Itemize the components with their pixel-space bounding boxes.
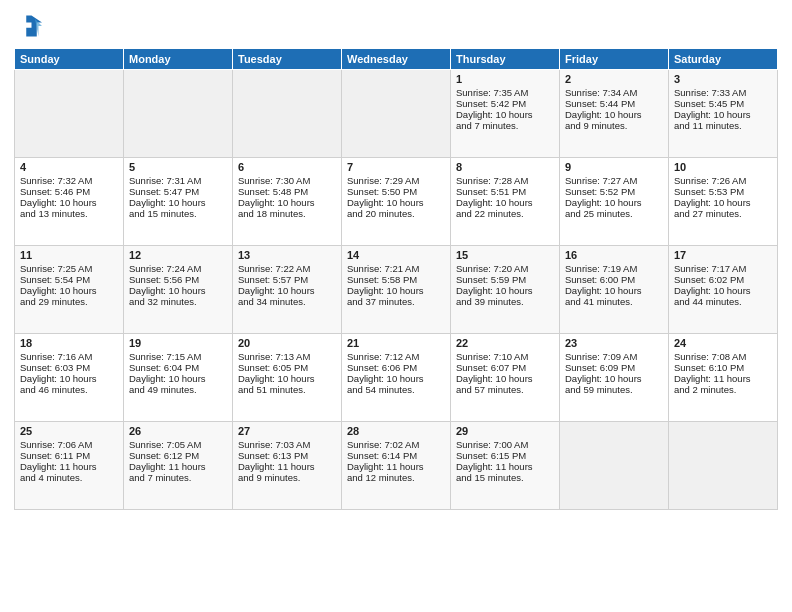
day-content-line: Sunset: 6:11 PM: [20, 450, 118, 461]
day-content-line: and 49 minutes.: [129, 384, 227, 395]
day-content-line: Sunset: 5:50 PM: [347, 186, 445, 197]
day-content-line: Sunrise: 7:20 AM: [456, 263, 554, 274]
day-content-line: Daylight: 11 hours: [674, 373, 772, 384]
day-content-line: Daylight: 11 hours: [347, 461, 445, 472]
day-content-line: Daylight: 10 hours: [565, 373, 663, 384]
day-content-line: Sunset: 6:05 PM: [238, 362, 336, 373]
calendar-cell: 1Sunrise: 7:35 AMSunset: 5:42 PMDaylight…: [451, 70, 560, 158]
calendar-cell: 22Sunrise: 7:10 AMSunset: 6:07 PMDayligh…: [451, 334, 560, 422]
day-content-line: Sunrise: 7:30 AM: [238, 175, 336, 186]
day-number: 19: [129, 337, 227, 349]
day-number: 23: [565, 337, 663, 349]
day-number: 7: [347, 161, 445, 173]
day-content-line: Sunrise: 7:26 AM: [674, 175, 772, 186]
calendar-cell: 3Sunrise: 7:33 AMSunset: 5:45 PMDaylight…: [669, 70, 778, 158]
day-content-line: Daylight: 10 hours: [456, 373, 554, 384]
day-content-line: Daylight: 10 hours: [456, 285, 554, 296]
calendar-cell: 29Sunrise: 7:00 AMSunset: 6:15 PMDayligh…: [451, 422, 560, 510]
day-content-line: Daylight: 10 hours: [129, 285, 227, 296]
day-content-line: Daylight: 10 hours: [674, 285, 772, 296]
day-content-line: Daylight: 10 hours: [456, 197, 554, 208]
day-content-line: Daylight: 10 hours: [347, 285, 445, 296]
day-content-line: Sunset: 5:47 PM: [129, 186, 227, 197]
day-content-line: Sunset: 5:44 PM: [565, 98, 663, 109]
day-number: 17: [674, 249, 772, 261]
day-content-line: Sunset: 5:56 PM: [129, 274, 227, 285]
calendar-cell: 17Sunrise: 7:17 AMSunset: 6:02 PMDayligh…: [669, 246, 778, 334]
day-content-line: Sunrise: 7:27 AM: [565, 175, 663, 186]
day-content-line: and 57 minutes.: [456, 384, 554, 395]
day-content-line: and 44 minutes.: [674, 296, 772, 307]
day-content-line: Sunrise: 7:24 AM: [129, 263, 227, 274]
day-content-line: Sunrise: 7:03 AM: [238, 439, 336, 450]
day-content-line: Sunset: 6:00 PM: [565, 274, 663, 285]
day-content-line: Sunrise: 7:28 AM: [456, 175, 554, 186]
day-number: 22: [456, 337, 554, 349]
day-number: 2: [565, 73, 663, 85]
day-content-line: and 20 minutes.: [347, 208, 445, 219]
week-row-0: 1Sunrise: 7:35 AMSunset: 5:42 PMDaylight…: [15, 70, 778, 158]
day-content-line: Sunset: 5:54 PM: [20, 274, 118, 285]
day-number: 5: [129, 161, 227, 173]
day-number: 20: [238, 337, 336, 349]
day-content-line: Daylight: 11 hours: [129, 461, 227, 472]
day-content-line: Sunrise: 7:05 AM: [129, 439, 227, 450]
day-number: 14: [347, 249, 445, 261]
day-content-line: and 18 minutes.: [238, 208, 336, 219]
day-content-line: Sunrise: 7:16 AM: [20, 351, 118, 362]
day-content-line: Sunrise: 7:13 AM: [238, 351, 336, 362]
day-content-line: and 13 minutes.: [20, 208, 118, 219]
day-content-line: Sunset: 5:57 PM: [238, 274, 336, 285]
calendar-cell: 10Sunrise: 7:26 AMSunset: 5:53 PMDayligh…: [669, 158, 778, 246]
day-content-line: Sunset: 6:03 PM: [20, 362, 118, 373]
day-content-line: and 22 minutes.: [456, 208, 554, 219]
day-content-line: Sunset: 5:42 PM: [456, 98, 554, 109]
day-content-line: Sunrise: 7:33 AM: [674, 87, 772, 98]
calendar-cell: 9Sunrise: 7:27 AMSunset: 5:52 PMDaylight…: [560, 158, 669, 246]
day-content-line: Sunset: 5:46 PM: [20, 186, 118, 197]
day-number: 27: [238, 425, 336, 437]
day-content-line: Sunrise: 7:17 AM: [674, 263, 772, 274]
day-content-line: and 2 minutes.: [674, 384, 772, 395]
day-content-line: Sunrise: 7:21 AM: [347, 263, 445, 274]
day-number: 9: [565, 161, 663, 173]
day-content-line: Sunset: 6:10 PM: [674, 362, 772, 373]
calendar-cell: 4Sunrise: 7:32 AMSunset: 5:46 PMDaylight…: [15, 158, 124, 246]
day-content-line: Daylight: 10 hours: [347, 373, 445, 384]
calendar-cell: 14Sunrise: 7:21 AMSunset: 5:58 PMDayligh…: [342, 246, 451, 334]
day-content-line: Sunset: 5:58 PM: [347, 274, 445, 285]
logo: [14, 12, 44, 40]
day-content-line: Sunrise: 7:09 AM: [565, 351, 663, 362]
day-content-line: and 51 minutes.: [238, 384, 336, 395]
day-content-line: Daylight: 10 hours: [674, 197, 772, 208]
calendar-cell: [560, 422, 669, 510]
day-content-line: Sunset: 6:07 PM: [456, 362, 554, 373]
header-sunday: Sunday: [15, 49, 124, 70]
calendar-cell: 19Sunrise: 7:15 AMSunset: 6:04 PMDayligh…: [124, 334, 233, 422]
calendar-cell: 11Sunrise: 7:25 AMSunset: 5:54 PMDayligh…: [15, 246, 124, 334]
day-content-line: Sunrise: 7:25 AM: [20, 263, 118, 274]
day-content-line: Sunset: 6:09 PM: [565, 362, 663, 373]
calendar-cell: 20Sunrise: 7:13 AMSunset: 6:05 PMDayligh…: [233, 334, 342, 422]
day-number: 12: [129, 249, 227, 261]
header-thursday: Thursday: [451, 49, 560, 70]
header-saturday: Saturday: [669, 49, 778, 70]
calendar-cell: [124, 70, 233, 158]
day-number: 16: [565, 249, 663, 261]
day-content-line: Daylight: 10 hours: [129, 197, 227, 208]
day-content-line: Sunset: 6:12 PM: [129, 450, 227, 461]
day-content-line: Sunrise: 7:10 AM: [456, 351, 554, 362]
day-content-line: and 12 minutes.: [347, 472, 445, 483]
day-content-line: Daylight: 10 hours: [238, 197, 336, 208]
day-content-line: Sunrise: 7:00 AM: [456, 439, 554, 450]
day-number: 15: [456, 249, 554, 261]
calendar-cell: 6Sunrise: 7:30 AMSunset: 5:48 PMDaylight…: [233, 158, 342, 246]
day-content-line: Sunset: 6:04 PM: [129, 362, 227, 373]
day-content-line: and 15 minutes.: [129, 208, 227, 219]
day-content-line: and 37 minutes.: [347, 296, 445, 307]
calendar-table: SundayMondayTuesdayWednesdayThursdayFrid…: [14, 48, 778, 510]
calendar-cell: 21Sunrise: 7:12 AMSunset: 6:06 PMDayligh…: [342, 334, 451, 422]
calendar-cell: 28Sunrise: 7:02 AMSunset: 6:14 PMDayligh…: [342, 422, 451, 510]
calendar-cell: [233, 70, 342, 158]
day-content-line: Sunset: 6:02 PM: [674, 274, 772, 285]
